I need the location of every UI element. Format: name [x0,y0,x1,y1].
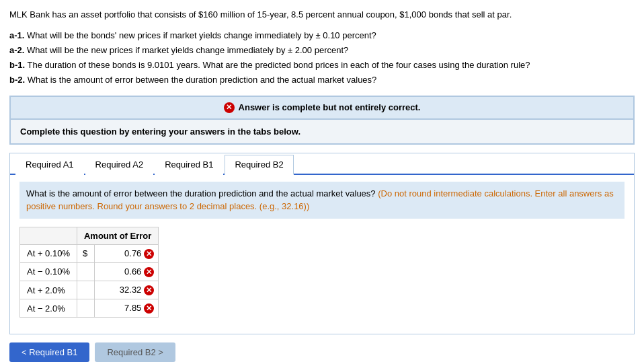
row-prefix: $ [77,244,94,262]
next-button[interactable]: Required B2 > [95,342,175,362]
table-row: At + 0.10%$0.76✕ [20,244,159,262]
question-b1-text: The duration of these bonds is 9.0101 ye… [28,60,530,70]
row-label: At − 2.0% [20,299,77,318]
row-value: 32.32✕ [95,281,159,299]
question-b1-label: b-1. [9,60,25,70]
complete-instruction: Complete this question by entering your … [10,119,634,144]
row-error-icon: ✕ [144,285,154,295]
tab-content-b2: What is the amount of error between the … [10,175,634,334]
row-label: At + 2.0% [20,281,77,299]
row-error-icon: ✕ [144,303,154,314]
banner-text: Answer is complete but not entirely corr… [239,102,421,112]
instruction-box: What is the amount of error between the … [19,182,625,219]
row-value: 0.66✕ [95,262,159,281]
question-a1-text: What will be the bonds' new prices if ma… [27,30,376,40]
col-header-amount: Amount of Error [77,227,158,244]
question-b1: b-1. The duration of these bonds is 9.01… [9,58,635,73]
question-b2-label: b-2. [9,75,25,85]
table-row: At − 2.0%7.85✕ [20,299,159,318]
instruction-text: What is the amount of error between the … [26,188,376,198]
answer-banner: ✕ Answer is complete but not entirely co… [10,96,634,119]
col-header-label [20,227,77,244]
row-label: At + 0.10% [20,244,77,262]
row-label: At − 0.10% [20,262,77,281]
intro-text: MLK Bank has an asset portfolio that con… [9,8,635,22]
tab-required-a2[interactable]: Required A2 [85,155,154,175]
tab-required-b2[interactable]: Required B2 [225,155,293,175]
questions-section: a-1. What will be the bonds' new prices … [9,28,635,87]
question-b2-text: What is the amount of error between the … [28,75,377,85]
tabs-container: Required A1 Required A2 Required B1 Requ… [9,153,635,334]
error-icon: ✕ [224,102,235,113]
prev-button[interactable]: < Required B1 [9,342,89,362]
answer-box: ✕ Answer is complete but not entirely co… [9,96,635,145]
question-a1: a-1. What will be the bonds' new prices … [9,28,635,43]
table-row: At + 2.0%32.32✕ [20,281,159,299]
tab-required-b1[interactable]: Required B1 [155,155,223,175]
question-a2-text: What will be the new prices if market yi… [27,45,348,55]
nav-buttons: < Required B1 Required B2 > [9,342,635,362]
complete-instruction-text: Complete this question by entering your … [20,126,300,137]
tabs-row: Required A1 Required A2 Required B1 Requ… [10,153,634,175]
amount-of-error-table: Amount of Error At + 0.10%$0.76✕At − 0.1… [19,227,159,318]
row-error-icon: ✕ [144,267,154,277]
question-b2: b-2. What is the amount of error between… [9,73,635,87]
row-prefix [77,299,94,318]
question-a2: a-2. What will be the new prices if mark… [9,43,635,58]
row-error-icon: ✕ [144,249,154,259]
row-prefix [77,262,94,281]
question-a1-label: a-1. [9,30,24,40]
tab-required-a1[interactable]: Required A1 [15,155,84,175]
row-value: 0.76✕ [95,244,159,262]
row-prefix [77,281,94,299]
table-row: At − 0.10%0.66✕ [20,262,159,281]
question-a2-label: a-2. [9,45,24,55]
row-value: 7.85✕ [95,299,159,318]
